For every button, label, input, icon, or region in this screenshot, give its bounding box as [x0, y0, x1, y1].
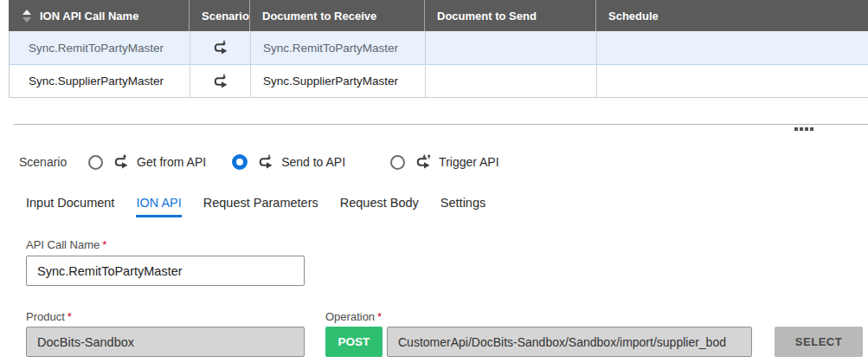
radio-button[interactable]	[390, 155, 405, 170]
api-call-name-input[interactable]	[26, 256, 305, 286]
radio-option-label[interactable]: Trigger API	[439, 155, 499, 169]
cell-api-call-name: Sync.RemitToPartyMaster	[10, 31, 190, 64]
tab-request-body[interactable]: Request Body	[340, 196, 419, 217]
column-header-ion-api-call-name[interactable]: ION API Call Name	[9, 0, 189, 31]
required-marker: *	[68, 310, 72, 323]
table-header-row: ION API Call Name Scenario Document to R…	[9, 0, 868, 31]
product-field	[26, 327, 305, 357]
radio-button[interactable]	[88, 155, 103, 170]
column-header-document-to-receive: Document to Receive	[249, 0, 424, 31]
cell-document-to-send	[425, 65, 596, 97]
drag-handle-dots-icon[interactable]	[794, 127, 813, 131]
scenario-group-label: Scenario	[19, 155, 88, 169]
operation-path-field	[387, 327, 752, 357]
get-from-api-icon	[113, 154, 130, 170]
send-to-api-icon	[212, 40, 229, 55]
column-header-label: Schedule	[608, 10, 659, 23]
product-label: Product*	[26, 310, 72, 323]
column-header-label: Document to Send	[437, 10, 537, 23]
ion-api-config-screen: ION API Call Name Scenario Document to R…	[0, 0, 868, 363]
tab-settings[interactable]: Settings	[440, 196, 485, 217]
http-method-badge: POST	[325, 327, 383, 357]
send-to-api-icon	[257, 154, 274, 170]
cell-scenario	[190, 31, 250, 64]
tab-request-parameters[interactable]: Request Parameters	[203, 196, 318, 217]
sort-arrows-icon	[23, 10, 31, 23]
cell-scenario	[190, 65, 250, 97]
column-header-label: ION API Call Name	[40, 10, 138, 23]
cell-schedule	[596, 31, 868, 64]
tab-input-document[interactable]: Input Document	[26, 196, 114, 217]
trigger-api-icon	[415, 154, 432, 170]
column-header-label: Scenario	[202, 10, 249, 23]
required-marker: *	[377, 310, 382, 323]
cell-document-to-receive: Sync.SupplierPartyMaster	[250, 65, 425, 97]
scenario-radio-group: Scenario Get from API Send to API Trigge…	[19, 152, 499, 172]
tab-ion-api[interactable]: ION API	[136, 196, 181, 217]
cell-document-to-receive: Sync.RemitToPartyMaster	[250, 31, 425, 64]
radio-button-selected[interactable]	[232, 154, 248, 170]
select-operation-button[interactable]: SELECT	[775, 327, 863, 357]
radio-option-trigger-api[interactable]: Trigger API	[390, 154, 499, 170]
required-marker: *	[102, 238, 106, 251]
cell-document-to-send	[425, 31, 596, 64]
radio-option-label[interactable]: Get from API	[137, 155, 206, 169]
column-header-document-to-send: Document to Send	[424, 0, 595, 31]
column-header-label: Document to Receive	[262, 10, 376, 23]
cell-schedule	[596, 65, 868, 97]
column-header-schedule: Schedule	[595, 0, 868, 31]
send-to-api-icon	[212, 74, 229, 89]
radio-option-label[interactable]: Send to API	[281, 155, 345, 169]
pane-splitter-line	[14, 124, 868, 125]
column-header-scenario: Scenario	[189, 0, 249, 31]
cell-api-call-name: Sync.SupplierPartyMaster	[10, 65, 190, 97]
detail-tabs: Input Document ION API Request Parameter…	[26, 196, 485, 217]
operation-label: Operation*	[325, 310, 382, 323]
api-call-name-label: API Call Name*	[26, 238, 106, 251]
table-row[interactable]: Sync.SupplierPartyMaster Sync.SupplierPa…	[9, 65, 868, 98]
radio-option-send-to-api[interactable]: Send to API	[232, 154, 345, 170]
radio-option-get-from-api[interactable]: Get from API	[88, 154, 206, 170]
table-row[interactable]: Sync.RemitToPartyMaster Sync.RemitToPart…	[9, 31, 868, 65]
api-calls-table: ION API Call Name Scenario Document to R…	[9, 0, 868, 98]
